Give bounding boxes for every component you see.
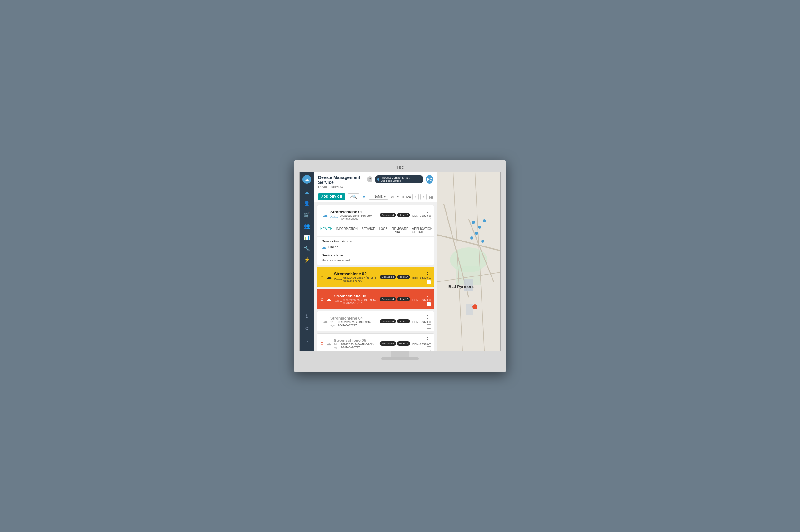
device-alert-icon-2: ⚠ [320,274,324,279]
device-status-3: Online [334,300,342,303]
logout-icon[interactable]: → [302,336,312,346]
device-eem-4: EEM-SB370-C [412,321,431,324]
sidebar-item-cart[interactable]: 🛒 [302,210,312,220]
device-list: ☁ Stromschiene 01 Online 98922626-2a6e-4… [314,203,438,350]
company-name: Phoenix Contact Smart Business GmbH [380,176,421,183]
tab-application-update[interactable]: APPLICATION UPDATE [412,225,432,236]
device-checkbox-5[interactable] [427,346,431,350]
device-id-3: 98922626-2a6e-4fb6-98f4-96d1e5e70797 [343,298,377,305]
pagination-text: 01–50 of 120 [391,195,411,199]
device-menu-btn-3[interactable]: ⋮ [424,292,431,298]
app-logo-icon[interactable]: ☁ [302,175,311,184]
tab-health[interactable]: HEALTH [320,225,333,236]
map-panel: Bad Pyrmont [438,172,500,350]
gear-icon[interactable]: ⚙ [302,324,312,334]
service-title: Device Management Service [318,175,367,185]
device-tags-2: Gebäude 4 Halle 17 [380,275,410,279]
device-card-1[interactable]: ☁ Stromschiene 01 Online 98922626-2a6e-4… [317,205,434,265]
filter-icon[interactable]: ▼ [362,194,366,199]
tag-gebaeude-3: Gebäude 4 [380,297,396,301]
device-checkbox-1[interactable] [427,218,431,223]
svg-rect-10 [466,304,473,315]
device-menu-btn-4[interactable]: ⋮ [424,314,431,320]
search-box: 🔍 [348,193,359,200]
device-card-3[interactable]: ⊘ ☁ Stromschiene 03 Online 98922626-2a6e… [317,289,434,309]
tag-halle-3: Halle 17 [397,297,410,301]
device-card-4[interactable]: ☁ Stromschiene 04 1d ago 98922626-2a6e-4… [317,311,434,331]
app-header: Device Management Service Device overvie… [314,172,438,191]
device-eem-5: EEM-SB370-C [412,343,431,346]
device-eem-2: EEM-SB370-C [412,276,431,279]
device-tags-1: Gebäude 4 Halle 17 [380,213,410,217]
device-menu-btn-2[interactable]: ⋮ [424,270,431,276]
sidebar-item-tools[interactable]: 🔧 [302,244,312,254]
sidebar-item-cloud[interactable]: ☁ [302,187,312,197]
svg-point-13 [483,219,486,223]
app-container: ☁ ☁ 👤 🛒 👥 📊 🔧 ⚡ ℹ ⚙ → Device [300,172,500,350]
device-tabs-1: HEALTH INFORMATION SERVICE LOGS FIRMWARE… [317,225,434,236]
add-device-button[interactable]: ADD DEVICE [318,193,345,200]
user-avatar[interactable]: PC [426,175,433,184]
device-checkbox-4[interactable] [427,324,431,329]
svg-point-15 [470,236,473,240]
device-name-4: Stromschiene 04 [330,316,377,321]
search-icon[interactable]: 🔍 [352,195,357,199]
device-info-4: Stromschiene 04 1d ago 98922626-2a6e-4fb… [330,316,377,327]
svg-text:Bad Pyrmont: Bad Pyrmont [448,284,474,289]
device-eem-3: EEM-SB370-C [412,298,431,302]
device-alert-icon-5: ⊘ [320,341,324,346]
device-status-5: 1d ago [334,343,340,349]
tab-logs[interactable]: LOGS [379,225,388,236]
svg-point-12 [478,226,481,229]
svg-point-16 [481,240,484,243]
device-info-1: Stromschiene 01 Online 98922626-2a6e-4fb… [330,210,377,221]
info-icon[interactable]: ℹ [302,311,312,321]
pagination: 01–50 of 120 ‹ › [391,194,427,200]
sidebar-item-users[interactable]: 👤 [302,199,312,209]
toolbar: ADD DEVICE 🔍 ▼ ↕ NAME ∨ 01–50 of 120 ‹ [314,191,438,203]
device-name-1: Stromschiene 01 [330,210,377,214]
connection-status-label: Connection status [321,239,430,243]
grid-view-icon[interactable]: ▦ [429,194,433,199]
sidebar-bottom: ℹ ⚙ → [302,311,312,347]
help-icon[interactable]: ? [367,176,372,183]
connection-status-row: ☁ Online [321,244,430,250]
sidebar-item-filter[interactable]: ⚡ [302,255,312,265]
sidebar-item-chart[interactable]: 📊 [302,232,312,242]
device-id-2: 98922626-2a6e-4fb6-98f4-96d1e5e70797 [343,276,377,282]
company-dot [377,178,379,180]
device-cloud-icon-1: ☁ [323,212,328,218]
device-checkbox-3[interactable] [427,302,431,306]
monitor-brand: NEC [299,166,501,169]
device-tags-3: Gebäude 4 Halle 17 [380,297,410,301]
device-card-2[interactable]: ⚠ ☁ Stromschiene 02 Online 98922626-2a6e… [317,267,434,287]
tab-information[interactable]: INFORMATION [336,225,358,236]
sidebar: ☁ ☁ 👤 🛒 👥 📊 🔧 ⚡ ℹ ⚙ → [300,172,314,350]
device-menu-btn-1[interactable]: ⋮ [424,208,431,214]
device-header-3: ⊘ ☁ Stromschiene 03 Online 98922626-2a6e… [317,289,434,309]
device-status-label: Device status [321,253,430,257]
device-checkbox-2[interactable] [427,280,431,284]
device-status-value: No status received [321,258,430,262]
tab-service[interactable]: SERVICE [361,225,375,236]
device-header-5: ⊘ ☁ Stromschiene 05 1d ago 98922626-2a6e… [317,334,434,350]
prev-page-button[interactable]: ‹ [412,194,419,200]
device-header-1: ☁ Stromschiene 01 Online 98922626-2a6e-4… [317,205,434,225]
sidebar-item-admin[interactable]: 👥 [302,221,312,231]
next-page-button[interactable]: › [420,194,427,200]
device-name-3: Stromschiene 03 [334,293,377,298]
device-tags-5: Gebäude 4 Halle 17 [380,341,410,345]
tag-gebaeude-4: Gebäude 4 [380,319,396,323]
monitor-frame: NEC ☁ ☁ 👤 🛒 👥 📊 🔧 ⚡ ℹ ⚙ → [294,160,506,373]
svg-point-17 [472,304,478,309]
sort-button[interactable]: ↕ NAME ∨ [369,194,388,200]
device-info-5: Stromschiene 05 1d ago 98922626-2a6e-4fb… [334,338,377,349]
device-cloud-icon-2: ☁ [327,274,332,280]
tag-halle-2: Halle 17 [397,275,410,279]
tab-firmware-update[interactable]: FIRMWARE UPDATE [392,225,408,236]
device-card-5[interactable]: ⊘ ☁ Stromschiene 05 1d ago 98922626-2a6e… [317,333,434,350]
device-menu-btn-5[interactable]: ⋮ [424,336,431,342]
sort-label: NAME [374,195,383,198]
device-cloud-icon-5: ☁ [326,341,331,346]
map-roads-svg: Bad Pyrmont [438,172,500,350]
